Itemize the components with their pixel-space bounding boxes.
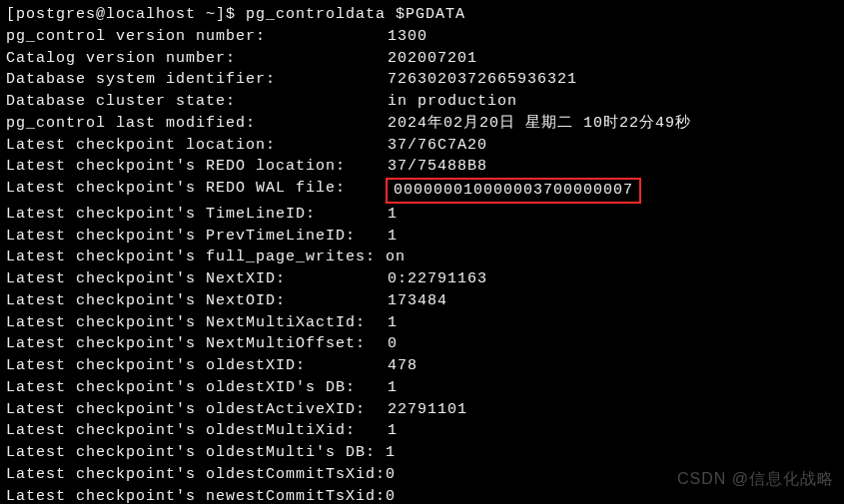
output-row: Latest checkpoint's NextMultiOffset:0 — [6, 333, 838, 355]
output-row: Latest checkpoint's NextXID:0:22791163 — [6, 268, 838, 290]
output-row: Latest checkpoint's PrevTimeLineID:1 — [6, 226, 838, 248]
row-value: on — [376, 247, 406, 268]
row-value: 1 — [388, 377, 398, 399]
row-value: 478 — [388, 355, 418, 377]
row-label: Latest checkpoint's NextMultiXactId: — [6, 312, 388, 334]
row-label: Latest checkpoint's TimeLineID: — [6, 204, 388, 226]
row-label: Latest checkpoint location: — [6, 135, 388, 157]
output-row: Latest checkpoint's oldestXID:478 — [6, 355, 838, 377]
row-label: pg_control version number: — [6, 26, 388, 48]
output-row: Latest checkpoint's REDO WAL file:000000… — [6, 178, 838, 204]
output-row: Latest checkpoint's oldestCommitTsXid:0 — [6, 464, 838, 486]
row-label: Latest checkpoint's REDO WAL file: — [6, 178, 388, 204]
row-value: 2024年02月20日 星期二 10时22分49秒 — [388, 113, 691, 135]
row-label: Latest checkpoint's oldestXID's DB: — [6, 377, 388, 399]
row-value: 0 — [386, 486, 396, 505]
highlighted-value: 000000010000003700000007 — [386, 178, 641, 204]
row-label: pg_control last modified: — [6, 113, 388, 135]
output-row: Latest checkpoint's full_page_writes: on — [6, 247, 838, 268]
row-value: 37/75488B8 — [388, 156, 487, 178]
row-value: in production — [388, 91, 517, 113]
row-label: Latest checkpoint's REDO location: — [6, 156, 388, 178]
output-row: Database cluster state:in production — [6, 91, 838, 113]
output-row: Latest checkpoint location:37/76C7A20 — [6, 135, 838, 157]
row-label: Latest checkpoint's newestCommitTsXid: — [6, 486, 386, 505]
row-value: 7263020372665936321 — [388, 69, 577, 91]
row-label: Latest checkpoint's oldestMulti's DB: — [6, 442, 376, 464]
row-label: Latest checkpoint's full_page_writes: — [6, 247, 376, 268]
row-label: Latest checkpoint's oldestActiveXID: — [6, 399, 388, 421]
row-value: 1 — [376, 442, 396, 464]
row-value: 1 — [388, 312, 398, 334]
row-label: Latest checkpoint's NextMultiOffset: — [6, 333, 388, 355]
row-label: Latest checkpoint's oldestXID: — [6, 355, 388, 377]
output-row: Database system identifier:7263020372665… — [6, 69, 838, 91]
row-value: 1 — [388, 204, 398, 226]
row-value: 0 — [386, 464, 396, 486]
output-row: Latest checkpoint's REDO location:37/754… — [6, 156, 838, 178]
row-value: 1300 — [388, 26, 427, 48]
row-label: Database cluster state: — [6, 91, 388, 113]
row-value: 1 — [388, 420, 398, 442]
row-value: 0 — [388, 333, 398, 355]
output-row: Latest checkpoint's oldestActiveXID:2279… — [6, 399, 838, 421]
row-value: 1 — [388, 226, 398, 248]
output-row: Latest checkpoint's oldestXID's DB:1 — [6, 377, 838, 399]
row-value: 37/76C7A20 — [388, 135, 487, 157]
row-label: Latest checkpoint's oldestMultiXid: — [6, 420, 388, 442]
output-row: Latest checkpoint's oldestMultiXid:1 — [6, 420, 838, 442]
row-value: 202007201 — [388, 48, 477, 70]
row-label: Latest checkpoint's NextOID: — [6, 290, 388, 312]
row-value: 173484 — [388, 290, 447, 312]
output-row: Latest checkpoint's NextOID:173484 — [6, 290, 838, 312]
controldata-output: pg_control version number:1300Catalog ve… — [6, 26, 838, 504]
row-label: Database system identifier: — [6, 69, 388, 91]
row-label: Latest checkpoint's PrevTimeLineID: — [6, 226, 388, 248]
output-row: pg_control version number:1300 — [6, 26, 838, 48]
shell-prompt[interactable]: [postgres@localhost ~]$ pg_controldata $… — [6, 4, 838, 26]
row-label: Latest checkpoint's NextXID: — [6, 268, 388, 290]
row-label: Latest checkpoint's oldestCommitTsXid: — [6, 464, 386, 486]
output-row: Latest checkpoint's newestCommitTsXid:0 — [6, 486, 838, 505]
output-row: Catalog version number:202007201 — [6, 48, 838, 70]
row-value: 0:22791163 — [388, 268, 487, 290]
row-value: 22791101 — [388, 399, 467, 421]
output-row: Latest checkpoint's NextMultiXactId:1 — [6, 312, 838, 334]
output-row: pg_control last modified:2024年02月20日 星期二… — [6, 113, 838, 135]
output-row: Latest checkpoint's TimeLineID:1 — [6, 204, 838, 226]
row-label: Catalog version number: — [6, 48, 388, 70]
output-row: Latest checkpoint's oldestMulti's DB: 1 — [6, 442, 838, 464]
